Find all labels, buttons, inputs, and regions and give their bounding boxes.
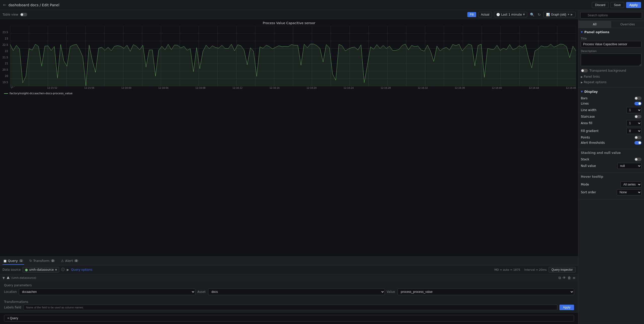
info-icon[interactable]: ⓘ (61, 267, 65, 272)
panel-options-header[interactable]: ▼ Panel options (578, 28, 644, 36)
graph-type-label: Graph (old) (551, 13, 566, 16)
expand-icon: ▶ (571, 13, 573, 16)
repeat-options-chevron: ▶ (581, 81, 583, 84)
actual-button[interactable]: Actual (478, 12, 492, 17)
query-inspector-button[interactable]: Query inspector (549, 267, 576, 272)
value-label: Value (387, 290, 396, 294)
display-body: Bars Lines Line width 123 Stairca (578, 96, 644, 149)
discard-button[interactable]: Discard (592, 2, 609, 8)
bars-row: Bars (581, 97, 641, 100)
query-tab-icon: ■ (4, 259, 7, 263)
topbar-title: dashoboard docs / Edit Panel (8, 3, 590, 7)
query-row-actions: ⧉ 👁 🗑 ≡ (558, 276, 576, 280)
zoom-out-icon[interactable]: 🔍 (529, 12, 535, 17)
graph-type-button[interactable]: 📊 Graph (old) ▼ ▶ (543, 12, 576, 17)
back-icon[interactable]: ← (3, 3, 6, 7)
description-textarea[interactable] (581, 54, 641, 66)
asset-label: Asset (197, 290, 206, 294)
chart-area: Process Value Capacitive sensor 23.5 23 … (0, 19, 578, 256)
line-width-select[interactable]: 123 (626, 107, 641, 113)
points-toggle[interactable] (634, 136, 641, 139)
tab-query[interactable]: ■ Query 1 (3, 257, 24, 265)
mode-row: Mode All seriesSingle (581, 181, 641, 188)
apply-trans-button[interactable]: Apply (559, 305, 574, 310)
data-source-label: Data source (3, 268, 21, 271)
query-row-ds: (umh-datasource) (11, 276, 36, 280)
chart-container: Process Value Capacitive sensor 23.5 23 … (0, 19, 578, 256)
line-width-label: Line width (581, 108, 596, 112)
sort-order-select[interactable]: NoneAscendingDescending (617, 189, 641, 195)
chart-legend: factoryinsight-dccaachen-docs-process_va… (0, 91, 578, 96)
null-value-select[interactable]: nullconnectednull as zero (617, 163, 641, 169)
table-view-toggle[interactable] (20, 13, 27, 16)
repeat-options-link[interactable]: ▶ Repeat options (581, 79, 641, 85)
repeat-options-label: Repeat options (584, 80, 607, 84)
tab-all[interactable]: All (578, 21, 611, 28)
panel-links-link[interactable]: ▶ Panel links (581, 74, 641, 79)
ds-value: umh-datasource (29, 268, 54, 271)
value-select[interactable]: process_process_value (398, 289, 574, 295)
query-tab-badge: 1 (19, 259, 23, 262)
apply-button[interactable]: Apply (626, 2, 641, 8)
staircase-toggle[interactable] (634, 115, 641, 118)
lines-toggle[interactable] (634, 102, 641, 105)
tab-overrides[interactable]: Overrides (611, 21, 644, 28)
query-options-label: Query options (71, 268, 92, 271)
title-input[interactable] (581, 41, 641, 48)
fill-gradient-select[interactable]: 012 (626, 128, 641, 134)
tab-alert[interactable]: ⚠ Alert 0 (60, 257, 79, 265)
labels-field-input[interactable] (24, 305, 557, 310)
stack-toggle[interactable] (634, 158, 641, 161)
lines-label: Lines (581, 102, 589, 105)
transform-tab-icon: ↻ (29, 259, 32, 263)
query-collapse-icon[interactable]: ▼ (3, 276, 5, 280)
asset-select[interactable]: docs (208, 289, 385, 295)
add-query-button[interactable]: + Query (4, 315, 574, 321)
refresh-icon[interactable]: ↻ (537, 12, 542, 17)
area-fill-select[interactable]: 123 (626, 120, 641, 126)
alert-thresholds-row: Alert thresholds (581, 141, 641, 145)
hide-icon[interactable]: 👁 (562, 276, 566, 280)
description-label: Description (581, 50, 641, 53)
query-tab-label: Query (8, 259, 18, 263)
title-label: Title (581, 37, 641, 40)
fill-gradient-row: Fill gradient 012 (581, 128, 641, 134)
legend-label: factoryinsight-dccaachen-docs-process_va… (10, 92, 72, 95)
query-options-link[interactable]: Query options (71, 268, 92, 271)
search-input[interactable] (580, 12, 642, 19)
display-header[interactable]: ▼ Display (578, 88, 644, 96)
save-button[interactable]: Save (611, 2, 624, 8)
transparent-bg-row: Transparent background (581, 69, 641, 72)
area-fill-row: Area fill 123 (581, 120, 641, 126)
alert-thresholds-label: Alert thresholds (581, 141, 605, 145)
location-select[interactable]: dccaachen (19, 289, 195, 295)
hover-section: Hover tooltip Mode All seriesSingle Sort… (578, 173, 644, 199)
search-wrap: 🔍 (580, 12, 642, 19)
panel-options-chevron: ▼ (581, 31, 583, 33)
query-row-label: A (7, 276, 9, 280)
transparent-bg-toggle[interactable] (581, 69, 588, 72)
ds-chevron: ▼ (55, 268, 57, 271)
points-row: Points (581, 136, 641, 139)
sort-order-label: Sort order (581, 191, 596, 194)
drag-icon[interactable]: ≡ (573, 276, 576, 280)
query-params: Query parameters Location dccaachen Asse… (0, 282, 578, 299)
main-layout: Table view Fill Actual 🕐 Last 1 minute ▼… (0, 10, 644, 324)
area-fill-label: Area fill (581, 121, 592, 125)
mode-select[interactable]: All seriesSingle (621, 181, 641, 188)
time-range-picker[interactable]: 🕐 Last 1 minute ▼ (494, 12, 527, 17)
copy-icon[interactable]: ⧉ (558, 276, 561, 280)
transformations-title: Transformations (4, 300, 574, 304)
table-view-label: Table view (3, 13, 18, 16)
tab-transform[interactable]: ↻ Transform 0 (28, 257, 56, 265)
delete-icon[interactable]: 🗑 (567, 276, 571, 280)
bars-toggle[interactable] (634, 97, 641, 100)
fill-button[interactable]: Fill (467, 12, 476, 17)
ds-icon: ⬤ (25, 268, 28, 271)
stack-label: Stack (581, 158, 589, 161)
clock-icon: 🕐 (496, 13, 500, 16)
topbar: ← dashoboard docs / Edit Panel Discard S… (0, 0, 644, 10)
alert-thresholds-toggle[interactable] (634, 141, 641, 145)
chart-canvas (10, 26, 576, 86)
datasource-select[interactable]: ⬤ umh-datasource ▼ (23, 267, 59, 272)
